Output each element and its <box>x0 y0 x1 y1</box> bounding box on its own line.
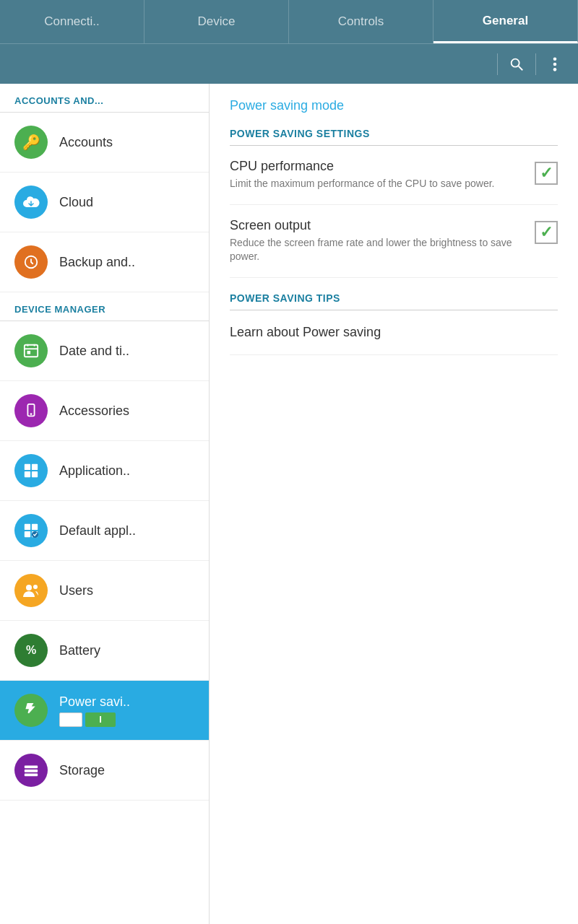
svg-point-22 <box>26 585 32 590</box>
toggle-on-state: I <box>85 712 116 727</box>
cpu-performance-row: CPU performance Limit the maximum perfor… <box>230 146 558 205</box>
sidebar-item-applications[interactable]: Application.. <box>0 441 209 501</box>
screen-output-text: Screen output Reduce the screen frame ra… <box>230 218 526 264</box>
svg-rect-25 <box>25 770 38 772</box>
svg-rect-18 <box>32 524 38 530</box>
svg-rect-16 <box>32 471 38 477</box>
storage-icon <box>14 754 48 787</box>
sidebar-item-accounts[interactable]: 🔑 Accounts <box>0 113 209 173</box>
tab-bar: Connecti.. Device Controls General <box>0 0 578 43</box>
applications-icon <box>14 454 48 487</box>
sidebar-item-accessories[interactable]: Accessories <box>0 381 209 441</box>
screen-checkmark: ✓ <box>540 223 553 242</box>
svg-rect-19 <box>25 531 30 537</box>
more-options-icon[interactable] <box>539 48 571 80</box>
screen-output-row: Screen output Reduce the screen frame ra… <box>230 205 558 278</box>
tips-header: POWER SAVING TIPS <box>230 292 558 310</box>
default-apps-icon <box>14 514 48 547</box>
users-label: Users <box>59 583 93 598</box>
backup-label: Backup and.. <box>59 255 135 270</box>
sidebar-item-battery[interactable]: % Battery <box>0 621 209 681</box>
tips-section: POWER SAVING TIPS Learn about Power savi… <box>230 292 558 355</box>
default-apps-label: Default appl.. <box>59 523 136 539</box>
cpu-performance-checkbox[interactable]: ✓ <box>535 162 558 185</box>
power-saving-toggle[interactable]: I <box>59 712 130 727</box>
cpu-checkmark: ✓ <box>540 164 553 183</box>
sidebar-item-users[interactable]: Users <box>0 561 209 621</box>
sidebar-item-power-saving[interactable]: Power savi.. I <box>0 681 209 741</box>
screen-output-checkbox[interactable]: ✓ <box>535 221 558 244</box>
sidebar-item-storage[interactable]: Storage <box>0 741 209 801</box>
toolbar <box>0 43 578 84</box>
breadcrumb: Power saving mode <box>230 98 558 113</box>
svg-rect-26 <box>25 774 38 777</box>
toolbar-divider <box>497 53 498 75</box>
section-header-accounts: ACCOUNTS AND... <box>0 84 209 113</box>
screen-output-desc: Reduce the screen frame rate and lower t… <box>230 236 526 264</box>
accessories-icon <box>14 394 48 427</box>
battery-icon: % <box>14 634 48 667</box>
section-header-device: DEVICE MANAGER <box>0 292 209 321</box>
main-layout: ACCOUNTS AND... 🔑 Accounts Cloud Backup … <box>0 84 578 924</box>
datetime-label: Date and ti.. <box>59 344 129 359</box>
learn-power-saving-item[interactable]: Learn about Power saving <box>230 310 558 355</box>
sidebar: ACCOUNTS AND... 🔑 Accounts Cloud Backup … <box>0 84 210 924</box>
svg-rect-10 <box>27 352 30 354</box>
cpu-performance-text: CPU performance Limit the maximum perfor… <box>230 159 526 191</box>
sidebar-item-backup[interactable]: Backup and.. <box>0 232 209 292</box>
cloud-icon <box>14 186 48 219</box>
power-saving-content: Power savi.. I <box>59 694 130 727</box>
search-icon[interactable] <box>501 48 532 80</box>
svg-line-1 <box>519 66 523 70</box>
content-panel: Power saving mode POWER SAVING SETTINGS … <box>210 84 578 924</box>
sidebar-item-default-apps[interactable]: Default appl.. <box>0 501 209 561</box>
battery-label: Battery <box>59 643 100 658</box>
datetime-icon <box>14 334 48 367</box>
toggle-off-state <box>59 712 82 727</box>
power-saving-label: Power savi.. <box>59 694 130 710</box>
accounts-icon: 🔑 <box>14 126 48 159</box>
cpu-performance-title: CPU performance <box>230 159 526 174</box>
applications-label: Application.. <box>59 463 130 479</box>
screen-output-title: Screen output <box>230 218 526 233</box>
cloud-label: Cloud <box>59 195 93 210</box>
sidebar-item-cloud[interactable]: Cloud <box>0 173 209 232</box>
users-icon <box>14 574 48 607</box>
accessories-label: Accessories <box>59 404 129 419</box>
tab-device[interactable]: Device <box>144 0 289 43</box>
cpu-performance-desc: Limit the maximum performance of the CPU… <box>230 177 526 191</box>
svg-point-23 <box>33 585 38 589</box>
svg-point-2 <box>553 57 557 61</box>
svg-point-0 <box>512 58 519 66</box>
accounts-label: Accounts <box>59 135 113 150</box>
power-saving-settings-header: POWER SAVING SETTINGS <box>230 128 558 146</box>
svg-rect-6 <box>25 345 38 357</box>
power-saving-icon <box>14 694 48 727</box>
toolbar-divider-2 <box>535 53 536 75</box>
sidebar-item-datetime[interactable]: Date and ti.. <box>0 321 209 381</box>
svg-rect-17 <box>25 524 30 530</box>
svg-rect-24 <box>25 766 38 769</box>
svg-point-3 <box>553 62 557 66</box>
tab-connectivity[interactable]: Connecti.. <box>0 0 144 43</box>
svg-point-4 <box>553 68 557 71</box>
backup-icon <box>14 245 48 279</box>
storage-label: Storage <box>59 763 105 778</box>
tab-general[interactable]: General <box>434 0 578 43</box>
tab-controls[interactable]: Controls <box>289 0 434 43</box>
svg-rect-13 <box>25 464 30 470</box>
svg-rect-15 <box>25 471 30 477</box>
svg-rect-14 <box>32 464 38 470</box>
